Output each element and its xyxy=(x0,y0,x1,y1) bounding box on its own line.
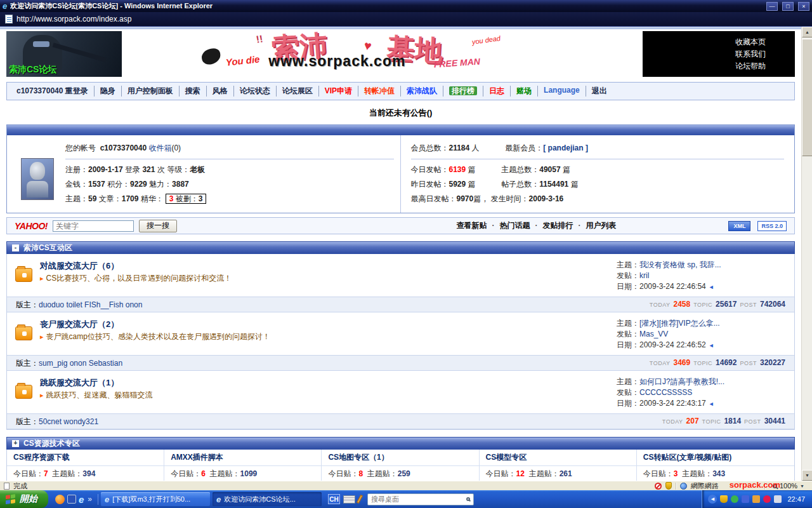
banner-heart-icon: ♥ xyxy=(362,38,372,54)
nav-item-transfer-credit[interactable]: 转帐冲值 xyxy=(358,86,400,97)
expand-icon[interactable]: + xyxy=(12,440,19,447)
last-poster-link[interactable]: kril xyxy=(639,271,649,280)
topic-posts-label: 主题贴： xyxy=(529,469,560,478)
money-label: 金钱： xyxy=(65,180,88,189)
last-topic-link[interactable]: [灌水][推荐]VIP怎么拿... xyxy=(639,319,720,328)
site-header: 索沛CS论坛 !! 索沛 ♥ 基地 you dead You die www.s… xyxy=(6,31,795,77)
nav-item-style[interactable]: 风格 xyxy=(206,86,233,97)
link-hot-topics[interactable]: 热门话题 xyxy=(489,220,532,231)
ie-quicklaunch-icon[interactable]: e xyxy=(79,494,84,505)
last-topic-label: 主题： xyxy=(617,319,639,328)
resource-forum-link[interactable]: CS转贴区(文章/视频/贴图) xyxy=(637,450,794,466)
last-topic-link[interactable]: 我没有资格做 sp, 我辞... xyxy=(639,260,721,269)
newest-member-link[interactable]: [ pandejian ] xyxy=(543,144,588,152)
nav-item-language[interactable]: Language xyxy=(537,86,586,97)
moderator-links[interactable]: 50cnet wondy321 xyxy=(39,417,98,426)
collapse-icon[interactable]: - xyxy=(12,244,19,251)
last-poster-link[interactable]: CCCCCSSSSS xyxy=(639,388,692,397)
section-header-cs-interactive[interactable]: - 索沛CS互动区 xyxy=(6,241,795,254)
minimize-button[interactable]: — xyxy=(766,2,778,11)
last-post-icon[interactable]: ◄ xyxy=(709,401,714,407)
scroll-up-button[interactable]: ▲ xyxy=(802,27,812,37)
moderator-links[interactable]: duoduo toilet FISh__Fish onon xyxy=(39,300,142,309)
desktop-search-input[interactable] xyxy=(371,495,464,503)
language-indicator[interactable]: CH xyxy=(328,494,340,504)
xml-badge[interactable]: XML xyxy=(728,221,750,231)
link-user-list[interactable]: 用户列表 xyxy=(575,220,619,231)
maximize-button[interactable]: □ xyxy=(782,2,794,11)
tray-security-update-icon[interactable] xyxy=(720,495,728,503)
nav-item-invisible[interactable]: 隐身 xyxy=(94,86,121,97)
today-count: 207 xyxy=(686,416,699,426)
taskbar-window-button[interactable]: e [下载]双m3,打开打到50... xyxy=(101,492,210,506)
security-shield-icon[interactable] xyxy=(665,482,672,490)
today-count: 3469 xyxy=(674,358,691,368)
last-poster-link[interactable]: Mas_VV xyxy=(639,330,668,338)
taskbar-clock[interactable]: 22:47 xyxy=(787,495,805,503)
nav-item-vip-apply[interactable]: VIP申请 xyxy=(318,86,358,97)
search-submit-button[interactable]: 搜一搜 xyxy=(139,220,177,232)
scrollbar-thumb[interactable] xyxy=(802,39,812,156)
save-disk-icon[interactable] xyxy=(67,495,76,504)
last-post-info: 主题：如何口J?請高手教教我!... 发贴：CCCCCSSSSS 日期：2009… xyxy=(617,375,794,410)
nav-item-forum-status[interactable]: 论坛状态 xyxy=(233,86,276,97)
tray-download-icon[interactable] xyxy=(752,495,760,503)
yahoo-logo[interactable]: YAHOO! xyxy=(15,221,48,231)
nav-item-relogin[interactable]: c1073370040 重登录 xyxy=(11,86,94,97)
nav-item-control-panel[interactable]: 用户控制面板 xyxy=(121,86,179,97)
resource-forum-link[interactable]: CS程序资源下载 xyxy=(7,450,164,466)
last-post-icon[interactable]: ◄ xyxy=(709,284,714,290)
forum-link[interactable]: 丧尸服交流大厅 xyxy=(40,319,98,329)
link-post-ranking[interactable]: 发贴排行 xyxy=(532,220,575,231)
tray-volume-icon[interactable] xyxy=(774,495,782,503)
last-post-date: 2009-3-24 22:46:52 xyxy=(639,340,706,349)
link-contact-us[interactable]: 联系我们 xyxy=(643,48,766,60)
pen-input-icon[interactable] xyxy=(357,495,363,504)
nav-item-forum-gallery[interactable]: 论坛展区 xyxy=(276,86,318,97)
tray-antivirus-icon[interactable] xyxy=(763,495,771,503)
toolbar-overflow-chevron[interactable]: » xyxy=(86,495,93,504)
moderator-links[interactable]: sum_pig onon Sebastian xyxy=(39,359,122,368)
tray-messenger-icon[interactable] xyxy=(731,495,738,503)
today-posts-value: 3 xyxy=(674,469,678,478)
resource-forum-link[interactable]: AMXX插件脚本 xyxy=(164,450,322,466)
bullet-arrow-icon: ▸ xyxy=(40,274,44,282)
last-topic-link[interactable]: 如何口J?請高手教教我!... xyxy=(639,377,724,386)
link-forum-help[interactable]: 论坛帮助 xyxy=(643,60,766,72)
status-page-icon xyxy=(4,483,10,490)
nav-item-blog[interactable]: 日志 xyxy=(483,86,510,97)
nav-item-casino[interactable]: 赌场 xyxy=(510,86,537,97)
last-post-icon[interactable]: ◄ xyxy=(709,342,714,349)
rss-badge[interactable]: RSS 2.0 xyxy=(757,221,787,231)
window-button-label: [下载]双m3,打开打到50... xyxy=(112,495,190,504)
section-header-cs-resources[interactable]: + CS资源技术专区 xyxy=(6,437,795,450)
vertical-scrollbar[interactable]: ▲ ▼ xyxy=(801,27,812,481)
keyboard-icon[interactable] xyxy=(343,495,355,504)
max-posts-value: 9970 xyxy=(457,194,474,203)
tray-collapse-icon[interactable]: ◀ xyxy=(708,495,717,504)
nav-item-cs-team[interactable]: 索沛战队 xyxy=(400,86,443,97)
topic-posts-value: 343 xyxy=(712,469,725,478)
tray-network-icon[interactable] xyxy=(742,495,749,503)
desktop-search-box[interactable] xyxy=(367,493,474,505)
nav-item-ranking[interactable]: 排行榜 xyxy=(443,86,483,97)
keyword-input[interactable] xyxy=(53,220,134,232)
forum-link[interactable]: 对战服交流大厅 xyxy=(40,261,98,271)
blocked-popup-icon[interactable] xyxy=(655,483,662,490)
scroll-down-button[interactable]: ▼ xyxy=(802,470,812,481)
ie-window-icon: e xyxy=(105,495,109,504)
nav-item-search[interactable]: 搜索 xyxy=(179,86,206,97)
link-new-posts[interactable]: 查看新贴 xyxy=(454,220,489,231)
nav-item-logout[interactable]: 退出 xyxy=(586,86,613,97)
start-button[interactable]: 開始 xyxy=(0,490,48,508)
close-button[interactable]: × xyxy=(798,2,809,11)
forum-link[interactable]: 跳跃服交流大厅 xyxy=(40,378,98,387)
address-url[interactable]: http://www.sorpack.com/index.asp xyxy=(16,15,131,23)
resource-forum-link[interactable]: CS模型专区 xyxy=(480,450,637,466)
firefox-icon[interactable] xyxy=(55,495,65,504)
taskbar-window-button-active[interactable]: e 欢迎访问索沛CS论坛... xyxy=(213,492,322,506)
inbox-link[interactable]: 收件箱 xyxy=(148,144,171,152)
last-date-label: 日期： xyxy=(617,340,639,349)
resource-forum-link[interactable]: CS地图专区（1） xyxy=(322,450,479,466)
link-bookmark-page[interactable]: 收藏本页 xyxy=(643,36,766,48)
